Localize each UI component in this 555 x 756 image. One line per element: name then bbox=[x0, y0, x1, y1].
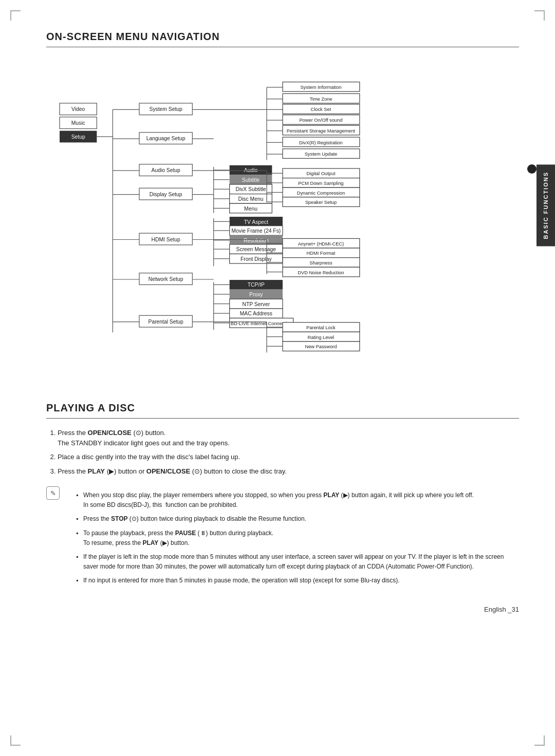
corner-mark-bl bbox=[10, 735, 21, 746]
corner-mark-tl bbox=[10, 10, 21, 21]
step-3: Press the PLAY (▶) button or OPEN/CLOSE … bbox=[58, 466, 519, 477]
step1-sub: The STANDBY indicator light goes out and… bbox=[58, 439, 230, 447]
digital-output-label: Digital Output bbox=[306, 171, 336, 176]
parental-lock-label: Parental Lock bbox=[306, 325, 336, 330]
clock-set-label: Clock Set bbox=[311, 107, 331, 112]
language-setup-label: Language Setup bbox=[146, 136, 186, 141]
steps-list: Press the OPEN/CLOSE (⊙) button. The STA… bbox=[58, 428, 519, 476]
anynet-label: Anynet+ (HDMI-CEC) bbox=[298, 241, 344, 247]
network-setup-label: Network Setup bbox=[149, 276, 183, 282]
section1-title: On-Screen Menu Navigation bbox=[46, 31, 519, 47]
tcpip-label: TCP/IP bbox=[248, 282, 265, 288]
subtitle-label: Subtitle bbox=[242, 177, 260, 183]
resolution-label: Resolution bbox=[244, 238, 269, 243]
dyn-comp-label: Dynamic Compression bbox=[297, 191, 345, 196]
diagram-svg: .box-text { font-family: Arial, sans-ser… bbox=[46, 56, 519, 375]
rating-level-label: Rating Level bbox=[308, 335, 335, 340]
screen-msg-label: Screen Message bbox=[236, 247, 276, 252]
system-setup-label: System Setup bbox=[150, 106, 183, 112]
step3-bold2: OPEN/CLOSE bbox=[146, 467, 190, 475]
time-zone-label: Time Zone bbox=[309, 97, 332, 102]
note-icon: ✎ bbox=[46, 486, 60, 500]
page-number: English _31 bbox=[484, 606, 519, 613]
bullet-2: Press the STOP (⊙) button twice during p… bbox=[76, 514, 519, 524]
mac-address-label: MAC Address bbox=[240, 311, 272, 316]
bullet-3: To pause the playback, press the PAUSE (… bbox=[76, 528, 519, 548]
bullet-5: If no input is entered for more than 5 m… bbox=[76, 576, 519, 585]
note-box: ✎ When you stop disc play, the player re… bbox=[46, 485, 519, 590]
system-info-label: System Information bbox=[300, 85, 341, 90]
bullet-4: If the player is left in the stop mode m… bbox=[76, 552, 519, 572]
parental-setup-label: Parental Setup bbox=[149, 319, 184, 325]
disc-menu-label: Disc Menu bbox=[238, 196, 264, 202]
corner-mark-br bbox=[534, 735, 545, 746]
movie-frame-label: Movie Frame (24 Fs) bbox=[231, 228, 281, 234]
step1-bold1: OPEN/CLOSE bbox=[88, 429, 132, 437]
dvd-noise-label: DVD Noise Reduction bbox=[298, 270, 344, 275]
bullet-1: When you stop disc play, the player reme… bbox=[76, 490, 519, 510]
page-footer: English _31 bbox=[46, 606, 519, 613]
pcm-down-label: PCM Down Sampling bbox=[298, 181, 343, 186]
section2-title: Playing a Disc bbox=[46, 402, 519, 419]
front-display-label: Front Display bbox=[240, 256, 272, 262]
diagram-area: .box-text { font-family: Arial, sans-ser… bbox=[46, 56, 519, 376]
hdmi-format-label: HDMI Format bbox=[307, 251, 336, 256]
display-setup-label: Display Setup bbox=[150, 192, 182, 197]
proxy-label: Proxy bbox=[249, 292, 263, 297]
playing-section: Playing a Disc Press the OPEN/CLOSE (⊙) … bbox=[46, 402, 519, 590]
corner-mark-tr bbox=[534, 10, 545, 21]
persist-storage-label: Persistant Storage Management bbox=[287, 128, 356, 134]
ntp-server-label: NTP Server bbox=[242, 301, 270, 307]
side-tab: BASIC FUNCTIONS bbox=[536, 164, 555, 246]
divx-reg-label: DivX(R) Registration bbox=[299, 140, 343, 145]
power-sound-label: Power On/Off sound bbox=[299, 118, 342, 123]
system-update-label: System Update bbox=[305, 152, 337, 157]
speaker-setup-label: Speaker Setup bbox=[305, 200, 337, 205]
setup-label: Setup bbox=[71, 134, 85, 140]
music-label: Music bbox=[71, 120, 85, 126]
note-bullets: When you stop disc play, the player reme… bbox=[76, 490, 519, 586]
new-password-label: New Password bbox=[305, 344, 337, 349]
sharpness-label: Sharpness bbox=[309, 260, 332, 266]
audio-setup-label: Audio Setup bbox=[152, 167, 181, 173]
tv-aspect-label: TV Aspect bbox=[244, 219, 268, 225]
hdmi-setup-label: HDMI Setup bbox=[152, 237, 181, 242]
step3-bold1: PLAY bbox=[88, 467, 105, 475]
menu-label-lang: Menu bbox=[244, 206, 257, 212]
divx-subtitle-label: DivX Subtitle bbox=[235, 186, 266, 192]
video-label: Video bbox=[71, 106, 85, 112]
note-content: When you stop disc play, the player reme… bbox=[66, 485, 519, 590]
step-1: Press the OPEN/CLOSE (⊙) button. The STA… bbox=[58, 428, 519, 448]
step-2: Place a disc gently into the tray with t… bbox=[58, 452, 519, 462]
